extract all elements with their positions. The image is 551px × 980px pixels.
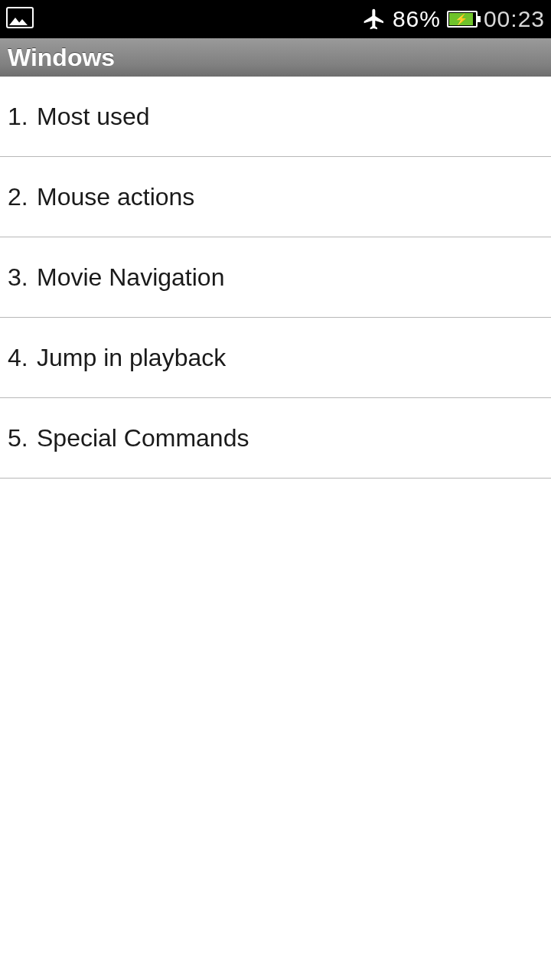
list-item-jump-in-playback[interactable]: 4. Jump in playback [0,318,551,398]
list-item-number: 3. [8,263,37,292]
charging-icon: ⚡ [455,14,468,24]
battery-percentage: 86% [393,6,441,32]
status-right: 86% ⚡ 00:23 [362,6,545,32]
list-item-mouse-actions[interactable]: 2. Mouse actions [0,157,551,237]
list-item-label: Movie Navigation [37,263,224,292]
list-item-number: 4. [8,344,37,372]
title-bar: Windows [0,38,551,77]
list-item-label: Jump in playback [37,344,226,372]
clock: 00:23 [484,6,545,32]
status-bar: 86% ⚡ 00:23 [0,0,551,38]
list-item-special-commands[interactable]: 5. Special Commands [0,398,551,479]
status-left [6,7,34,31]
list-item-number: 1. [8,103,37,131]
list-item-number: 2. [8,183,37,211]
menu-list: 1. Most used 2. Mouse actions 3. Movie N… [0,77,551,479]
list-item-label: Special Commands [37,424,249,452]
page-title: Windows [8,44,115,72]
list-item-label: Most used [37,103,150,131]
list-item-number: 5. [8,424,37,452]
picture-icon [6,7,34,28]
airplane-icon [362,7,386,31]
list-item-movie-navigation[interactable]: 3. Movie Navigation [0,237,551,318]
list-item-label: Mouse actions [37,183,194,211]
battery-icon: ⚡ [447,11,478,28]
list-item-most-used[interactable]: 1. Most used [0,77,551,157]
